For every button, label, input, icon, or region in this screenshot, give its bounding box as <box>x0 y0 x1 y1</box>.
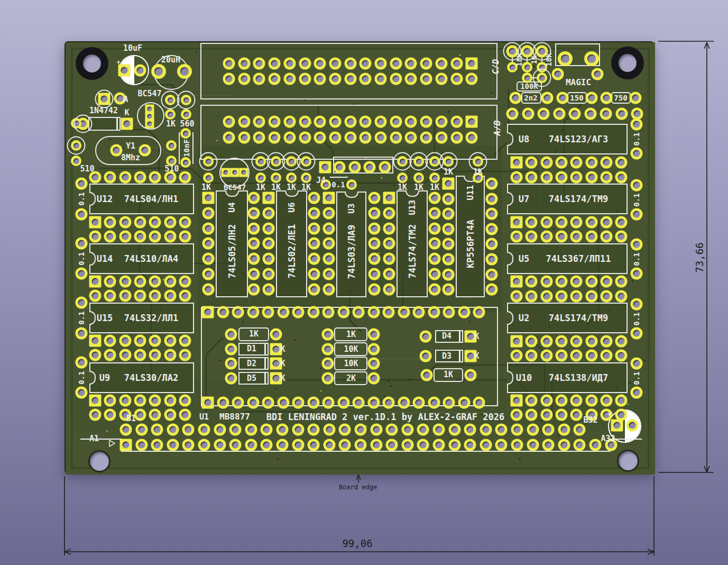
pad[interactable] <box>368 222 381 234</box>
pad[interactable] <box>443 306 455 318</box>
pad[interactable] <box>151 64 166 79</box>
pad[interactable] <box>248 207 260 219</box>
pad[interactable] <box>540 335 552 348</box>
pad[interactable] <box>104 335 116 347</box>
pin1-pad[interactable] <box>145 120 154 129</box>
pad[interactable] <box>428 397 440 409</box>
pad[interactable] <box>151 424 163 436</box>
pad[interactable] <box>555 157 567 169</box>
pad[interactable] <box>435 116 447 128</box>
pad[interactable] <box>179 276 191 288</box>
pad[interactable] <box>615 231 628 243</box>
pad[interactable] <box>329 116 341 128</box>
pad[interactable] <box>420 73 432 85</box>
pad[interactable] <box>405 116 417 128</box>
pad[interactable] <box>134 171 146 184</box>
pad[interactable] <box>522 108 534 120</box>
pad[interactable] <box>486 284 498 296</box>
pad[interactable] <box>164 231 176 243</box>
pad[interactable] <box>585 335 597 348</box>
pad[interactable] <box>585 171 597 184</box>
pad[interactable] <box>339 439 351 451</box>
pad[interactable] <box>480 439 492 451</box>
pad[interactable] <box>631 298 643 311</box>
pin1-pad[interactable] <box>466 116 478 128</box>
pad[interactable] <box>428 306 440 318</box>
pad[interactable] <box>464 424 476 436</box>
pad[interactable] <box>584 51 599 66</box>
pad[interactable] <box>592 68 604 80</box>
pad[interactable] <box>540 276 552 288</box>
pad[interactable] <box>486 253 498 266</box>
pad[interactable] <box>458 306 470 318</box>
pad[interactable] <box>232 306 244 318</box>
pad[interactable] <box>229 424 242 436</box>
pad[interactable] <box>368 207 381 219</box>
pad[interactable] <box>526 409 538 421</box>
pad[interactable] <box>615 157 628 169</box>
pad[interactable] <box>322 306 335 318</box>
pad[interactable] <box>383 207 395 219</box>
pad[interactable] <box>181 109 191 120</box>
pad[interactable] <box>164 409 176 421</box>
pad[interactable] <box>555 276 567 288</box>
pad[interactable] <box>248 222 260 234</box>
pad[interactable] <box>164 349 176 361</box>
pin1-pad[interactable] <box>511 395 523 407</box>
pin1-pad[interactable] <box>383 192 395 204</box>
pad[interactable] <box>255 172 266 183</box>
pad[interactable] <box>429 192 441 204</box>
pad[interactable] <box>149 231 161 243</box>
pad[interactable] <box>89 349 102 361</box>
pad[interactable] <box>368 268 381 280</box>
pad[interactable] <box>448 424 460 436</box>
pin1-pad[interactable] <box>511 335 523 348</box>
pad[interactable] <box>283 58 296 70</box>
pad[interactable] <box>232 397 244 409</box>
pad[interactable] <box>538 108 550 120</box>
pad[interactable] <box>383 253 395 265</box>
pad[interactable] <box>119 349 131 361</box>
pad[interactable] <box>329 58 341 70</box>
pad[interactable] <box>630 92 642 104</box>
pad[interactable] <box>223 132 235 144</box>
pad[interactable] <box>466 132 478 144</box>
pad[interactable] <box>179 409 191 421</box>
pad[interactable] <box>164 216 176 229</box>
pad[interactable] <box>346 179 357 190</box>
pad[interactable] <box>511 290 523 303</box>
pad[interactable] <box>269 73 281 85</box>
pad[interactable] <box>458 397 470 409</box>
pad[interactable] <box>398 306 410 318</box>
pad[interactable] <box>323 253 335 265</box>
pad[interactable] <box>299 73 311 85</box>
pad[interactable] <box>443 193 455 205</box>
pad[interactable] <box>570 157 583 169</box>
pin1-pad[interactable] <box>611 420 623 432</box>
pin1-pad[interactable] <box>511 276 523 288</box>
pad[interactable] <box>248 238 260 250</box>
pad[interactable] <box>555 350 567 362</box>
pad[interactable] <box>119 171 131 184</box>
pad[interactable] <box>555 216 567 229</box>
pad[interactable] <box>364 161 376 174</box>
pad[interactable] <box>253 132 265 144</box>
pad[interactable] <box>615 276 628 288</box>
pad[interactable] <box>631 327 643 340</box>
pad[interactable] <box>570 216 583 229</box>
pad[interactable] <box>586 92 598 104</box>
pad[interactable] <box>585 157 597 169</box>
pad[interactable] <box>238 132 250 144</box>
pad[interactable] <box>511 350 523 362</box>
pad[interactable] <box>526 171 538 184</box>
pad[interactable] <box>134 216 146 229</box>
pin1-pad[interactable] <box>89 335 102 347</box>
pad[interactable] <box>360 116 372 128</box>
pad[interactable] <box>76 268 88 280</box>
pad[interactable] <box>353 306 365 318</box>
pad[interactable] <box>600 335 612 348</box>
pad[interactable] <box>443 253 455 266</box>
pad[interactable] <box>450 58 463 70</box>
pad[interactable] <box>615 335 628 348</box>
pad[interactable] <box>329 73 341 85</box>
